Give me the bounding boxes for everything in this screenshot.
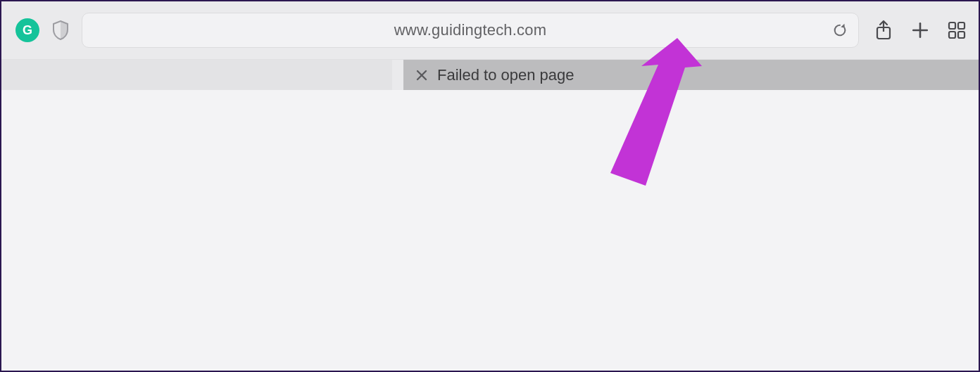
share-button[interactable] (872, 18, 896, 42)
reload-button[interactable] (830, 20, 850, 40)
svg-rect-4 (949, 23, 955, 29)
svg-rect-5 (958, 23, 965, 29)
address-bar[interactable]: www.guidingtech.com (82, 13, 859, 48)
privacy-shield-icon[interactable] (52, 20, 69, 40)
grammarly-letter: G (23, 23, 32, 38)
tab-strip: Failed to open page (1, 59, 979, 90)
close-tab-icon[interactable] (416, 70, 427, 81)
active-tab[interactable]: Failed to open page (403, 60, 979, 90)
tab-title: Failed to open page (437, 66, 574, 84)
svg-rect-7 (958, 32, 965, 38)
url-text: www.guidingtech.com (82, 21, 858, 39)
tab-overview-button[interactable] (945, 18, 969, 42)
new-tab-button[interactable] (908, 18, 932, 42)
page-content (1, 90, 979, 371)
browser-toolbar: G www.guidingtech.com (1, 1, 979, 59)
grammarly-extension-icon[interactable]: G (15, 18, 39, 42)
svg-rect-6 (949, 32, 955, 38)
inactive-tab[interactable] (1, 60, 392, 90)
